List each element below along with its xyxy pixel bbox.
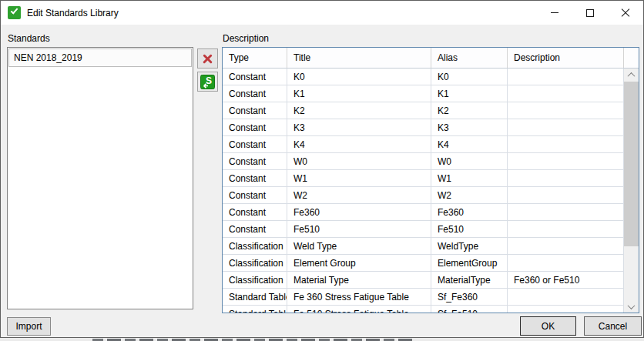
cell-description[interactable] (508, 153, 624, 170)
cell-alias[interactable]: Sf_Fe360 (431, 289, 508, 306)
table-row[interactable]: Classification Weld Type WeldType (223, 238, 624, 255)
cell-type[interactable]: Constant (223, 102, 287, 119)
table-row[interactable]: Constant Fe360 Fe360 (223, 204, 624, 221)
cell-title[interactable]: W2 (287, 187, 431, 204)
table-row[interactable]: Constant K2 K2 (223, 102, 624, 119)
standards-list[interactable]: NEN 2018_2019 (7, 47, 193, 309)
cell-title[interactable]: K2 (287, 102, 431, 119)
table-row[interactable]: Constant K0 K0 (223, 69, 624, 85)
delete-standard-button[interactable] (197, 48, 218, 69)
cell-type[interactable]: Standard Table (223, 306, 287, 313)
minimize-button[interactable] (537, 1, 572, 25)
cell-title[interactable]: K3 (287, 119, 431, 136)
column-header[interactable]: Type (223, 48, 287, 68)
cell-type[interactable]: Constant (223, 69, 287, 85)
export-standard-button[interactable]: S (197, 72, 218, 92)
cell-description[interactable] (508, 136, 624, 153)
table-row[interactable]: Constant K1 K1 (223, 85, 624, 102)
cell-type[interactable]: Constant (223, 85, 287, 102)
cell-type[interactable]: Classification (223, 255, 287, 272)
column-header[interactable]: Alias (431, 48, 508, 68)
cell-title[interactable]: Weld Type (287, 238, 431, 255)
cell-description[interactable] (508, 187, 624, 204)
titlebar[interactable]: Edit Standards Library (1, 1, 643, 25)
cell-type[interactable]: Constant (223, 153, 287, 170)
table-row[interactable]: Constant K4 K4 (223, 136, 624, 153)
cell-type[interactable]: Constant (223, 119, 287, 136)
cell-description[interactable] (508, 170, 624, 187)
table-vertical-scrollbar[interactable] (624, 69, 639, 313)
cell-alias[interactable]: K2 (431, 102, 508, 119)
cell-title[interactable]: Fe 360 Stress Fatigue Table (287, 289, 431, 306)
cell-description[interactable] (508, 289, 624, 306)
cell-title[interactable]: W1 (287, 170, 431, 187)
cell-type[interactable]: Constant (223, 221, 287, 238)
cell-type[interactable]: Constant (223, 136, 287, 153)
table-row[interactable]: Constant Fe510 Fe510 (223, 221, 624, 238)
cell-alias[interactable]: W1 (431, 170, 508, 187)
cell-type[interactable]: Standard Table (223, 289, 287, 306)
cell-title[interactable]: Fe360 (287, 204, 431, 221)
maximize-button[interactable] (572, 1, 608, 25)
column-header[interactable]: Description (508, 48, 624, 68)
cell-alias[interactable]: MaterialType (431, 272, 508, 289)
cell-description[interactable] (508, 238, 624, 255)
cell-description[interactable] (508, 119, 624, 136)
cell-type[interactable]: Constant (223, 170, 287, 187)
cell-alias[interactable]: Sf_Fe510 (431, 306, 508, 313)
scrollbar-down-button[interactable] (624, 300, 639, 313)
table-row[interactable]: Classification Element Group ElementGrou… (223, 255, 624, 272)
table-row[interactable]: Constant K3 K3 (223, 119, 624, 136)
cell-description[interactable] (508, 255, 624, 272)
cell-description[interactable] (508, 102, 624, 119)
cell-type[interactable]: Constant (223, 187, 287, 204)
cell-alias[interactable]: K4 (431, 136, 508, 153)
cell-title[interactable]: Element Group (287, 255, 431, 272)
cell-title[interactable]: Fe510 (287, 221, 431, 238)
background-app-strip (0, 338, 644, 341)
table-row[interactable]: Constant W0 W0 (223, 153, 624, 170)
chevron-up-icon (628, 72, 636, 79)
table-body: Constant K0 K0 Constant K1 K1 Constant K… (223, 69, 624, 313)
cell-description[interactable] (508, 69, 624, 85)
cell-type[interactable]: Constant (223, 204, 287, 221)
cell-alias[interactable]: WeldType (431, 238, 508, 255)
scrollbar-up-button[interactable] (624, 69, 639, 81)
cell-description[interactable] (508, 306, 624, 313)
window-title: Edit Standards Library (27, 8, 119, 18)
ok-button[interactable]: OK (520, 316, 576, 336)
cell-alias[interactable]: Fe360 (431, 204, 508, 221)
standards-list-item[interactable]: NEN 2018_2019 (8, 48, 192, 67)
cell-alias[interactable]: ElementGroup (431, 255, 508, 272)
cell-alias[interactable]: K1 (431, 85, 508, 102)
import-button[interactable]: Import (7, 317, 51, 336)
scrollbar-thumb[interactable] (624, 82, 639, 246)
close-button[interactable] (608, 1, 643, 25)
description-label: Description (223, 33, 269, 44)
cell-title[interactable]: K1 (287, 85, 431, 102)
cell-title[interactable]: Material Type (287, 272, 431, 289)
cell-alias[interactable]: W2 (431, 187, 508, 204)
cell-alias[interactable]: W0 (431, 153, 508, 170)
cell-description[interactable] (508, 221, 624, 238)
table-row[interactable]: Constant W2 W2 (223, 187, 624, 204)
cell-description[interactable] (508, 204, 624, 221)
column-header[interactable]: Title (287, 48, 431, 68)
cell-type[interactable]: Classification (223, 238, 287, 255)
cell-alias[interactable]: K3 (431, 119, 508, 136)
cell-title[interactable]: W0 (287, 153, 431, 170)
cell-type[interactable]: Classification (223, 272, 287, 289)
cell-title[interactable]: K4 (287, 136, 431, 153)
chevron-down-icon (628, 302, 636, 309)
table-row[interactable]: Standard Table Fe 510 Stress Fatigue Tab… (223, 306, 624, 313)
table-row[interactable]: Constant W1 W1 (223, 170, 624, 187)
table-row[interactable]: Standard Table Fe 360 Stress Fatigue Tab… (223, 289, 624, 306)
cell-title[interactable]: Fe 510 Stress Fatigue Table (287, 306, 431, 313)
cell-description[interactable]: Fe360 or Fe510 (508, 272, 624, 289)
cell-title[interactable]: K0 (287, 69, 431, 85)
table-row[interactable]: Classification Material Type MaterialTyp… (223, 272, 624, 289)
cell-alias[interactable]: Fe510 (431, 221, 508, 238)
cell-description[interactable] (508, 85, 624, 102)
cancel-button[interactable]: Cancel (584, 316, 642, 336)
cell-alias[interactable]: K0 (431, 69, 508, 85)
